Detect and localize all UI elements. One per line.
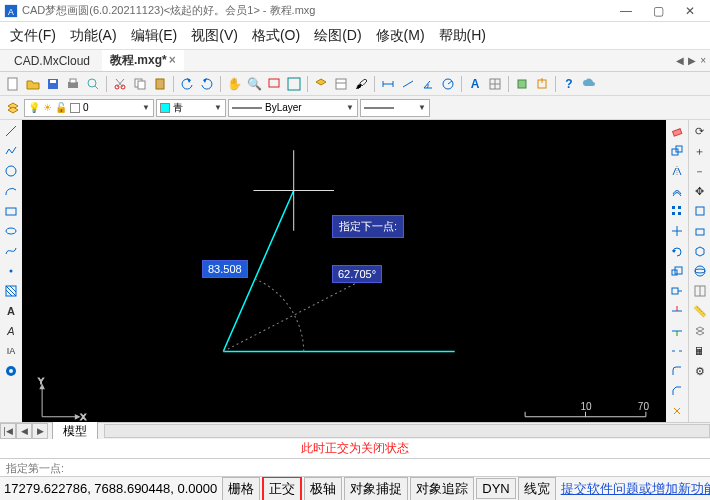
menu-func[interactable]: 功能(A) [64, 24, 123, 48]
dim-aligned-icon[interactable] [399, 75, 417, 93]
layer-manager-icon[interactable] [4, 99, 22, 117]
polyline-icon[interactable] [2, 142, 20, 160]
maximize-button[interactable]: ▢ [642, 1, 674, 21]
command-input[interactable] [6, 462, 704, 474]
menu-draw[interactable]: 绘图(D) [308, 24, 367, 48]
measure-icon[interactable]: 📏 [691, 302, 709, 320]
save-icon[interactable] [44, 75, 62, 93]
view-top-icon[interactable] [691, 202, 709, 220]
block-icon[interactable] [513, 75, 531, 93]
close-tab-icon[interactable]: × [169, 53, 176, 67]
tab-cloud[interactable]: CAD.MxCloud [6, 52, 98, 70]
zoom-in-icon[interactable]: ＋ [691, 142, 709, 160]
status-polar[interactable]: 极轴 [304, 477, 342, 501]
mtext-icon[interactable]: A [2, 302, 20, 320]
dim-angular-icon[interactable] [419, 75, 437, 93]
linetype-dropdown[interactable]: ByLayer ▼ [228, 99, 358, 117]
view-front-icon[interactable] [691, 222, 709, 240]
hatch-icon[interactable] [2, 282, 20, 300]
stretch-icon[interactable] [668, 282, 686, 300]
zoom-window-icon[interactable] [265, 75, 283, 93]
spline-icon[interactable] [2, 242, 20, 260]
open-icon[interactable] [24, 75, 42, 93]
point-icon[interactable] [2, 262, 20, 280]
status-lwt[interactable]: 线宽 [518, 477, 556, 501]
lineweight-dropdown[interactable]: ▼ [360, 99, 430, 117]
status-osnap[interactable]: 对象捕捉 [344, 477, 408, 501]
close-button[interactable]: ✕ [674, 1, 706, 21]
menu-edit[interactable]: 编辑(E) [125, 24, 184, 48]
break-icon[interactable] [668, 342, 686, 360]
menu-file[interactable]: 文件(F) [4, 24, 62, 48]
donut-icon[interactable] [2, 362, 20, 380]
arc-icon[interactable] [2, 182, 20, 200]
copy-obj-icon[interactable] [668, 142, 686, 160]
tab-tutorial[interactable]: 教程.mxg*× [102, 50, 184, 71]
extend-icon[interactable] [668, 322, 686, 340]
pan-icon[interactable]: ✋ [225, 75, 243, 93]
dim-radius-icon[interactable] [439, 75, 457, 93]
rotate-icon[interactable] [668, 242, 686, 260]
menu-format[interactable]: 格式(O) [246, 24, 306, 48]
cloud-icon[interactable] [580, 75, 598, 93]
calc-icon[interactable]: 🖩 [691, 342, 709, 360]
preview-icon[interactable] [84, 75, 102, 93]
pan-view-icon[interactable]: ✥ [691, 182, 709, 200]
layer-icon[interactable] [312, 75, 330, 93]
match-icon[interactable]: 🖌 [352, 75, 370, 93]
viewport-icon[interactable] [691, 282, 709, 300]
menu-modify[interactable]: 修改(M) [370, 24, 431, 48]
zoom-extents-icon[interactable] [285, 75, 303, 93]
dim-linear-icon[interactable] [379, 75, 397, 93]
zoom-icon[interactable]: 🔍 [245, 75, 263, 93]
new-icon[interactable] [4, 75, 22, 93]
array-icon[interactable] [668, 202, 686, 220]
layers-panel-icon[interactable] [691, 322, 709, 340]
menu-help[interactable]: 帮助(H) [433, 24, 492, 48]
copy-icon[interactable] [131, 75, 149, 93]
dtext-icon[interactable]: A [2, 322, 20, 340]
minimize-button[interactable]: — [610, 1, 642, 21]
line-icon[interactable] [2, 122, 20, 140]
explode-icon[interactable] [668, 402, 686, 420]
region-icon[interactable]: IA [2, 342, 20, 360]
properties-icon[interactable] [332, 75, 350, 93]
undo-icon[interactable] [178, 75, 196, 93]
layer-dropdown[interactable]: 💡 ☀ 🔓 0 ▼ [24, 99, 154, 117]
print-icon[interactable] [64, 75, 82, 93]
tab-close-all-icon[interactable]: × [700, 55, 706, 66]
regen-icon[interactable]: ⟳ [691, 122, 709, 140]
status-otrack[interactable]: 对象追踪 [410, 477, 474, 501]
menu-view[interactable]: 视图(V) [185, 24, 244, 48]
drawing-canvas[interactable]: Y X 10 70 83.508 62.705° 指定下一点: [22, 120, 666, 422]
cut-icon[interactable] [111, 75, 129, 93]
fillet-icon[interactable] [668, 362, 686, 380]
circle-icon[interactable] [2, 162, 20, 180]
move-icon[interactable] [668, 222, 686, 240]
redo-icon[interactable] [198, 75, 216, 93]
text-icon[interactable]: A [466, 75, 484, 93]
settings-icon[interactable]: ⚙ [691, 362, 709, 380]
erase-icon[interactable] [668, 122, 686, 140]
tab-first-icon[interactable]: |◀ [0, 423, 16, 439]
tab-nav-right-icon[interactable]: ▶ [688, 55, 696, 66]
status-grid[interactable]: 栅格 [222, 477, 260, 501]
status-ortho[interactable]: 正交 [262, 476, 302, 500]
command-line[interactable] [0, 458, 710, 476]
color-dropdown[interactable]: 青 ▼ [156, 99, 226, 117]
ellipse-icon[interactable] [2, 222, 20, 240]
view-iso-icon[interactable] [691, 242, 709, 260]
offset-icon[interactable] [668, 182, 686, 200]
insert-icon[interactable] [533, 75, 551, 93]
tab-nav-left-icon[interactable]: ◀ [676, 55, 684, 66]
rectangle-icon[interactable] [2, 202, 20, 220]
zoom-out-icon[interactable]: － [691, 162, 709, 180]
paste-icon[interactable] [151, 75, 169, 93]
scale-icon[interactable] [668, 262, 686, 280]
table-icon[interactable] [486, 75, 504, 93]
status-dyn[interactable]: DYN [476, 478, 515, 499]
chamfer-icon[interactable] [668, 382, 686, 400]
orbit-icon[interactable] [691, 262, 709, 280]
help-icon[interactable]: ? [560, 75, 578, 93]
trim-icon[interactable] [668, 302, 686, 320]
